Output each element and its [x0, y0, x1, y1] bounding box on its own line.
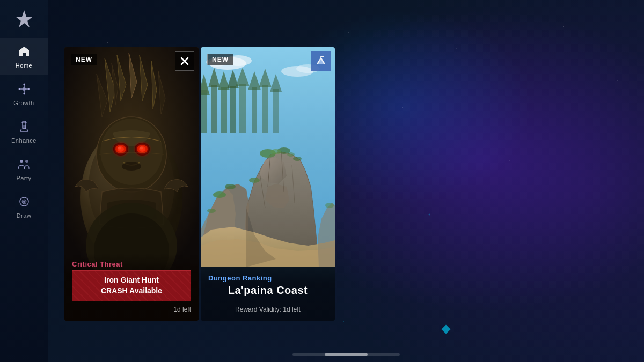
sidebar-label-enhance: Enhance	[11, 137, 36, 144]
growth-icon	[17, 82, 32, 97]
card-title-area: Iron Giant Hunt CRASH Available	[72, 270, 191, 301]
svg-point-1	[23, 87, 26, 91]
card-info-1: Critical Threat Iron Giant Hunt CRASH Av…	[64, 254, 199, 320]
sidebar-item-enhance[interactable]: Enhance	[0, 113, 48, 150]
svg-marker-0	[16, 10, 33, 27]
svg-marker-9	[28, 88, 30, 90]
svg-point-39	[111, 141, 130, 158]
svg-marker-7	[23, 93, 25, 95]
scrollbar-thumb[interactable]	[325, 353, 368, 356]
sidebar-item-party[interactable]: Party	[0, 150, 48, 188]
new-badge-1: NEW	[71, 54, 97, 65]
card-critical-threat[interactable]: NEW Critical Threat Iron Giant Hunt CRAS…	[64, 47, 199, 321]
sidebar: Home Growth	[0, 0, 48, 362]
svg-marker-6	[23, 83, 25, 85]
svg-point-14	[25, 160, 28, 163]
diamond-indicator	[442, 325, 451, 334]
dungeon-name: La'paina Coast	[208, 284, 327, 297]
close-button-1[interactable]	[175, 51, 194, 71]
mountain-icon	[311, 51, 331, 71]
party-icon	[17, 157, 32, 172]
x-icon	[175, 51, 194, 71]
main-content: NEW Critical Threat Iron Giant Hunt CRAS…	[48, 0, 644, 362]
svg-rect-11	[23, 125, 26, 129]
sidebar-label-growth: Growth	[13, 100, 34, 106]
dungeon-icon-button[interactable]	[311, 51, 331, 71]
cards-container: NEW Critical Threat Iron Giant Hunt CRAS…	[64, 47, 335, 321]
new-badge-2: NEW	[207, 54, 233, 65]
enhance-icon	[17, 119, 32, 134]
creature-artwork	[64, 47, 199, 272]
sidebar-label-party: Party	[16, 175, 31, 181]
svg-point-40	[133, 141, 152, 158]
home-icon	[17, 44, 32, 59]
reward-validity-text: Reward Validity: 1d left	[208, 301, 327, 313]
svg-point-41	[122, 162, 141, 171]
threat-label: Critical Threat	[72, 260, 191, 268]
scrollbar-track	[292, 353, 400, 356]
svg-rect-93	[201, 47, 335, 267]
sidebar-item-home[interactable]: Home	[0, 38, 48, 75]
svg-point-13	[20, 160, 23, 163]
svg-point-30	[100, 119, 163, 185]
card-dungeon-ranking[interactable]: NEW Dungeon Ranking La'paina	[201, 47, 335, 321]
card-info-2: Dungeon Ranking La'paina Coast Reward Va…	[201, 268, 335, 321]
card-footer: 1d left	[72, 306, 191, 313]
app-logo	[11, 5, 38, 32]
svg-rect-97	[321, 56, 324, 57]
sidebar-item-growth[interactable]: Growth	[0, 75, 48, 113]
sidebar-item-draw[interactable]: Draw	[0, 188, 48, 225]
sidebar-label-draw: Draw	[17, 212, 32, 219]
sidebar-label-home: Home	[16, 62, 32, 69]
dungeon-category-label: Dungeon Ranking	[208, 274, 327, 282]
draw-icon	[17, 194, 32, 209]
svg-marker-8	[18, 88, 20, 90]
svg-point-17	[23, 201, 25, 203]
card-title-line1: Iron Giant Hunt CRASH Available	[78, 275, 185, 296]
